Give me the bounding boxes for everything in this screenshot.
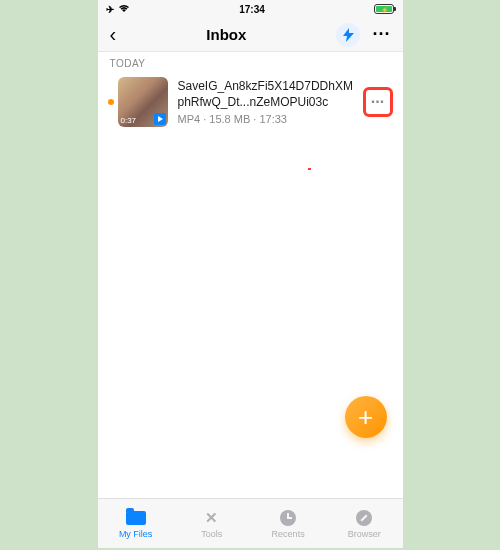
file-info: SaveIG_An8kzFi5X14D7DDhXMphRfwQ_Dt...nZe… [168,79,363,124]
content-area: TODAY 0:37 SaveIG_An8kzFi5X14D7DDhXMphRf… [98,52,403,498]
page-title: Inbox [206,26,246,43]
file-name: SaveIG_An8kzFi5X14D7DDhXMphRfwQ_Dt...nZe… [178,79,357,110]
status-time: 17:34 [239,4,265,15]
status-left: ✈ [106,4,130,15]
airplane-icon: ✈ [106,4,114,15]
nav-more-button[interactable]: ··· [372,24,390,45]
tab-bar: My Files Tools Recents Browser [98,498,403,548]
tab-tools[interactable]: Tools [174,499,250,548]
tab-label: My Files [119,529,153,539]
play-icon [154,113,166,125]
tab-label: Tools [201,529,222,539]
tab-browser[interactable]: Browser [326,499,402,548]
status-bar: ✈ 17:34 ⚡ [98,0,403,18]
tab-recents[interactable]: Recents [250,499,326,548]
back-button[interactable]: ‹ [110,23,117,46]
app-screen: ✈ 17:34 ⚡ ‹ Inbox ··· TODAY 0:37 [98,0,403,548]
nav-bar: ‹ Inbox ··· [98,18,403,52]
folder-icon [126,511,146,525]
compass-icon [356,510,372,526]
section-today: TODAY [98,52,403,73]
new-indicator [108,99,114,105]
video-thumbnail[interactable]: 0:37 [118,77,168,127]
artifact-dot [308,168,311,170]
tab-label: Recents [272,529,305,539]
tab-label: Browser [348,529,381,539]
file-meta: MP4 · 15.8 MB · 17:33 [178,113,357,125]
boost-button[interactable] [336,23,360,47]
tab-my-files[interactable]: My Files [98,499,174,548]
file-row[interactable]: 0:37 SaveIG_An8kzFi5X14D7DDhXMphRfwQ_Dt.… [98,73,403,135]
status-right: ⚡ [374,4,394,14]
wifi-icon [118,4,130,15]
tools-icon [202,509,222,527]
clock-icon [280,510,296,526]
add-button[interactable]: + [345,396,387,438]
video-duration: 0:37 [121,116,137,125]
file-more-button[interactable]: ··· [363,87,393,117]
battery-icon: ⚡ [374,4,394,14]
